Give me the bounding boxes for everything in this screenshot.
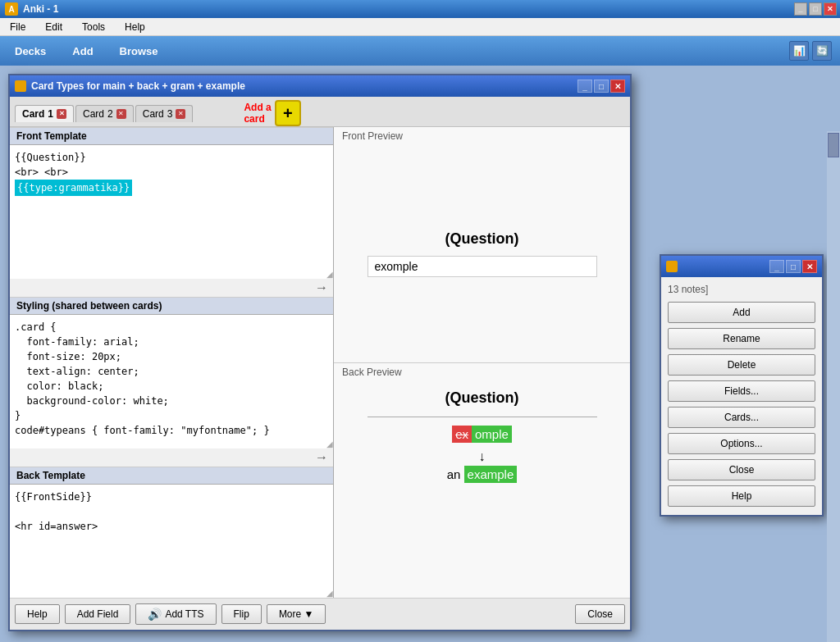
front-template-header: Front Template xyxy=(10,127,333,145)
secondary-titlebar-controls: _ □ ✕ xyxy=(769,260,817,273)
add-tts-label: Add TTS xyxy=(165,608,203,620)
front-preview-content: (Question) xyxy=(334,145,630,362)
secondary-help-btn[interactable]: Help xyxy=(668,485,815,507)
arrow-icon-1: → xyxy=(315,280,328,295)
toolbar: Decks Add Browse 📊 🔄 xyxy=(0,36,840,66)
dialog-content: Front Template {{Question}} <br> <br> {{… xyxy=(10,127,630,598)
answer-highlight: example xyxy=(464,466,518,483)
menu-edit[interactable]: Edit xyxy=(39,20,69,34)
back-preview-header: Back Preview xyxy=(334,363,630,381)
secondary-add-btn[interactable]: Add xyxy=(668,302,815,323)
style-line-7: } xyxy=(15,408,328,423)
front-preview-question: (Question) xyxy=(445,230,519,248)
tab-3-label: Card xyxy=(143,108,164,120)
secondary-buttons: Add Rename Delete Fields... Cards... Opt… xyxy=(668,302,815,507)
tab-3-number: 3 xyxy=(167,108,173,120)
add-tts-button[interactable]: 🔊 Add TTS xyxy=(135,603,216,625)
front-template-editor[interactable]: {{Question}} <br> <br> {{type:grammatika… xyxy=(10,145,333,279)
secondary-rename-btn[interactable]: Rename xyxy=(668,328,815,349)
toolbar-decks[interactable]: Decks xyxy=(8,42,52,61)
styling-editor[interactable]: .card { font-family: arial; font-size: 2… xyxy=(10,315,333,448)
toolbar-browse[interactable]: Browse xyxy=(113,42,165,61)
close-button[interactable]: Close xyxy=(575,604,625,624)
add-card-area: Add acard + xyxy=(227,100,300,126)
left-panels: Front Template {{Question}} <br> <br> {{… xyxy=(10,127,334,598)
menu-file[interactable]: File xyxy=(3,20,32,34)
flip-button[interactable]: Flip xyxy=(221,604,262,624)
stats-icon[interactable]: 📊 xyxy=(789,41,809,61)
dialog-close-btn[interactable]: ✕ xyxy=(610,80,625,93)
add-card-btn[interactable]: + xyxy=(275,100,301,126)
maximize-btn[interactable]: □ xyxy=(809,2,822,16)
toolbar-right: 📊 🔄 xyxy=(789,41,832,61)
right-preview: Front Preview (Question) Back Preview (Q… xyxy=(334,127,630,598)
add-field-button[interactable]: Add Field xyxy=(65,604,131,624)
arrow-down: ↓ xyxy=(342,449,622,464)
secondary-maximize[interactable]: □ xyxy=(786,260,801,273)
back-template-panel: Back Template {{FrontSide}} <hr id=answe… xyxy=(10,467,333,598)
scrollbar-thumb[interactable] xyxy=(828,133,839,157)
secondary-delete-btn[interactable]: Delete xyxy=(668,354,815,376)
back-preview-section: Back Preview (Question) exomple ↓ an exa… xyxy=(334,363,630,599)
typing-answer: exomple xyxy=(452,426,512,443)
secondary-cards-btn[interactable]: Cards... xyxy=(668,407,815,428)
front-template-panel: Front Template {{Question}} <br> <br> {{… xyxy=(10,127,333,279)
dialog-minimize-btn[interactable]: _ xyxy=(578,80,592,93)
dialog-maximize-btn[interactable]: □ xyxy=(594,80,609,93)
tab-3-close[interactable]: ✕ xyxy=(176,109,185,119)
style-line-3: font-size: 20px; xyxy=(15,349,328,364)
resize-handle-front[interactable]: ◢ xyxy=(323,269,333,279)
correct-answer: an example xyxy=(447,467,518,481)
tab-2-number: 2 xyxy=(107,108,113,120)
sync-icon[interactable]: 🔄 xyxy=(812,41,832,61)
back-preview-content: (Question) exomple ↓ an example xyxy=(334,381,630,599)
back-line-2 xyxy=(15,504,328,519)
dialog-bottom: Help Add Field 🔊 Add TTS Flip More ▼ Clo… xyxy=(10,598,630,630)
minimize-btn[interactable]: _ xyxy=(794,2,807,16)
back-line-3: <hr id=answer> xyxy=(15,519,328,534)
code-line-2: <br> <br> xyxy=(15,165,328,180)
dialog-titlebar-controls: _ □ ✕ xyxy=(578,80,625,93)
style-line-2: font-family: arial; xyxy=(15,335,328,349)
secondary-close-btn[interactable]: Close xyxy=(668,459,815,480)
secondary-fields-btn[interactable]: Fields... xyxy=(668,380,815,402)
resize-handle-back[interactable]: ◢ xyxy=(323,588,333,598)
dialog-title: Card Types for main + back + gram + exam… xyxy=(31,80,245,92)
front-preview-input[interactable] xyxy=(368,256,597,277)
close-btn[interactable]: ✕ xyxy=(824,2,837,16)
back-template-editor[interactable]: {{FrontSide}} <hr id=answer> xyxy=(10,485,333,598)
back-template-header: Back Template xyxy=(10,467,333,485)
card-types-dialog: Card Types for main + back + gram + exam… xyxy=(8,74,632,631)
secondary-dialog: _ □ ✕ 13 notes] Add Rename Delete Fields… xyxy=(660,254,824,517)
titlebar-controls: _ □ ✕ xyxy=(794,2,837,16)
secondary-minimize[interactable]: _ xyxy=(769,260,784,273)
tab-2-close[interactable]: ✕ xyxy=(116,109,126,119)
secondary-close[interactable]: ✕ xyxy=(802,260,817,273)
menu-help[interactable]: Help xyxy=(118,20,152,34)
app-title: Anki - 1 xyxy=(23,3,58,15)
help-button[interactable]: Help xyxy=(15,604,60,624)
secondary-options-btn[interactable]: Options... xyxy=(668,433,815,454)
back-preview-divider xyxy=(368,417,597,417)
tab-1-close[interactable]: ✕ xyxy=(57,109,66,119)
resize-handle-style[interactable]: ◢ xyxy=(323,439,333,448)
more-button[interactable]: More ▼ xyxy=(267,604,326,624)
add-card-hint: Add acard xyxy=(244,102,271,125)
arrow-icon-2: → xyxy=(315,450,328,465)
menu-tools[interactable]: Tools xyxy=(75,20,112,34)
menubar: File Edit Tools Help xyxy=(0,18,840,36)
correct-text: omple xyxy=(472,426,512,443)
app-titlebar: A Anki - 1 _ □ ✕ xyxy=(0,0,840,18)
code-line-3: {{type:grammatika}} xyxy=(15,180,132,196)
dialog-icon xyxy=(15,80,26,92)
tab-card-3[interactable]: Card 3 ✕ xyxy=(135,105,194,122)
tab-1-number: 1 xyxy=(48,108,53,120)
tab-card-2[interactable]: Card 2 ✕ xyxy=(75,105,134,122)
secondary-dialog-titlebar: _ □ ✕ xyxy=(661,256,822,277)
connector-1: → xyxy=(10,279,333,297)
tab-card-1[interactable]: Card 1 ✕ xyxy=(15,105,74,122)
code-line-1: {{Question}} xyxy=(15,150,328,165)
styling-panel: Styling (shared between cards) .card { f… xyxy=(10,297,333,448)
answer-normal: an xyxy=(447,467,464,481)
toolbar-add[interactable]: Add xyxy=(66,42,99,61)
